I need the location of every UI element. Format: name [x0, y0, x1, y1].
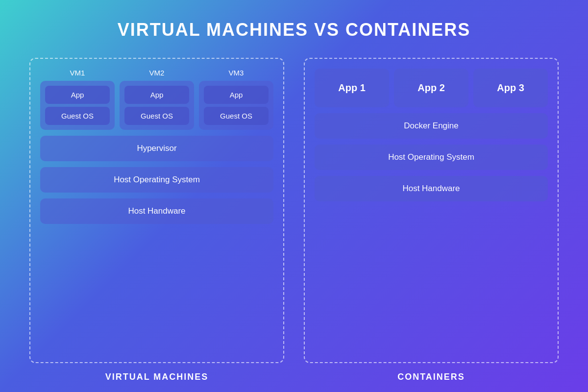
- vm-diagram-container: VM1 App Guest OS VM2 App Guest OS: [29, 58, 284, 382]
- vm-host-os: Host Operating System: [40, 167, 273, 193]
- vm1-block: App Guest OS: [40, 81, 115, 130]
- container-app3: App 3: [473, 69, 548, 107]
- vm2-app: App: [124, 86, 189, 104]
- diagrams-row: VM1 App Guest OS VM2 App Guest OS: [29, 58, 559, 382]
- vms-row: VM1 App Guest OS VM2 App Guest OS: [40, 69, 273, 130]
- vm2-block: App Guest OS: [120, 81, 194, 130]
- containers-host-hw: Host Handware: [315, 176, 548, 201]
- vm-diagram-box: VM1 App Guest OS VM2 App Guest OS: [29, 58, 284, 363]
- container-app1: App 1: [315, 69, 389, 107]
- apps-row: App 1 App 2 App 3: [315, 69, 548, 107]
- page-title: VIRTUAL MACHINES VS CONTAINERS: [118, 20, 471, 40]
- vm2-label: VM2: [149, 69, 165, 77]
- vm3-app: App: [204, 86, 269, 104]
- containers-diagram-container: App 1 App 2 App 3 Docker Engine Host Ope…: [304, 58, 559, 382]
- vm1-app: App: [45, 86, 110, 104]
- vm1-guest-os: Guest OS: [45, 107, 110, 125]
- vm1-label: VM1: [70, 69, 85, 77]
- containers-diagram-box: App 1 App 2 App 3 Docker Engine Host Ope…: [304, 58, 559, 363]
- vm3-block: App Guest OS: [199, 81, 273, 130]
- vm-label: VIRTUAL MACHINES: [105, 372, 209, 382]
- vm2-column: VM2 App Guest OS: [120, 69, 194, 130]
- docker-engine: Docker Engine: [315, 113, 548, 139]
- vm-host-hw: Host Handware: [40, 198, 273, 224]
- container-app2: App 2: [394, 69, 468, 107]
- vm2-guest-os: Guest OS: [124, 107, 189, 125]
- vm-hypervisor: Hypervisor: [40, 136, 273, 161]
- containers-label: CONTAINERS: [397, 372, 465, 382]
- vm1-column: VM1 App Guest OS: [40, 69, 115, 130]
- vm3-column: VM3 App Guest OS: [199, 69, 273, 130]
- containers-host-os: Host Operating System: [315, 145, 548, 170]
- vm3-label: VM3: [229, 69, 244, 77]
- vm3-guest-os: Guest OS: [204, 107, 269, 125]
